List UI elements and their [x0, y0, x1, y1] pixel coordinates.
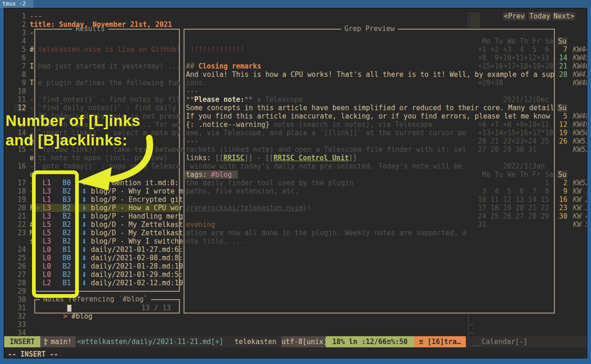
result-row[interactable]: L0B2⬇daily/2021-01-28.md:10: [35, 262, 179, 270]
calendar-day[interactable]: 30: [555, 212, 567, 220]
result-row[interactable]: L2B1⬇daily/2021-02-12.md:10: [35, 279, 179, 287]
preview-text: ote title, ...: [186, 237, 244, 245]
preview-text: 3 4 5 6 7 8: [478, 187, 549, 195]
tmux-screen: { "tmux": { "title": "tmux -2" }, "buffe…: [0, 0, 591, 364]
buffer-text: title: Sunday, November 21st, 2021: [30, 20, 172, 29]
result-row[interactable]: L0B2⬇daily/2021-01-29.md:5:: [35, 270, 179, 279]
tmux-tab[interactable]: tmux -2: [0, 0, 33, 8]
calendar-day[interactable]: 14: [555, 54, 567, 62]
backlink-count: B2: [63, 204, 71, 212]
line-number: 19: [14, 195, 26, 204]
wiki-link[interactable]: RRISC: [223, 154, 244, 162]
preview-text: ation are now all done in the plugin. We…: [186, 229, 466, 237]
result-row[interactable]: L3B2⬇blog/P - Why I wrote m: [35, 187, 179, 195]
plugin-name-label: telekasten: [235, 338, 276, 346]
line-number: 20: [14, 204, 26, 212]
down-arrow-icon: ⬇: [82, 204, 87, 212]
line-number: 30: [14, 295, 26, 304]
line-number: 5: [14, 45, 26, 54]
calendar-cursor: [470, 13, 480, 28]
result-text: blog/P - Handling merg: [91, 212, 183, 220]
week-number: KW46: [573, 62, 587, 70]
preview-text: If you find this article inaccurate, lac…: [186, 112, 550, 120]
wiki-link[interactable]: RRISC Control Unit: [273, 154, 349, 162]
buffer-text: ts note to open (incl. preview): [38, 154, 168, 162]
down-arrow-icon: ⬇: [82, 212, 87, 220]
line-number: 16: [14, 162, 26, 170]
calendar-day[interactable]: 2: [555, 179, 567, 187]
calendar-day[interactable]: 23: [555, 204, 567, 212]
line-number: 6: [14, 54, 26, 62]
result-row[interactable]: L3B2⬇blog/P - Why I switche: [35, 237, 179, 245]
search-input[interactable]: > #blog: [38, 304, 92, 312]
result-row[interactable]: L5B2⬇blog/D - My Zettelkast: [35, 229, 179, 237]
calendar-today-button[interactable]: Today: [528, 12, 551, 20]
tmux-titlebar: tmux -2: [0, 0, 591, 8]
result-row[interactable]: >L3B2⬇blog/P - How a CPU wor: [35, 204, 179, 212]
backlink-count: B0: [63, 179, 71, 187]
window-separator[interactable]: [468, 314, 469, 336]
buffer-text: #: [30, 45, 34, 54]
week-number: KW44: [573, 45, 587, 54]
calendar-day[interactable]: 12: [555, 120, 567, 129]
down-arrow-icon: ⬇: [82, 237, 87, 245]
link-count: L5: [43, 220, 51, 229]
calendar-day[interactable]: 16: [555, 195, 567, 204]
result-text: daily/2021-01-28.md:10: [91, 262, 183, 270]
week-number: KW51: [573, 137, 587, 145]
backlink-count: B1: [63, 245, 71, 254]
terminal-window: Results Grep Preview Notes referencing `…: [4, 8, 587, 358]
backlink-count: B1: [63, 279, 71, 287]
calendar-day[interactable]: 21: [555, 62, 567, 70]
week-number: KW48: [573, 79, 587, 87]
week-number: KW45: [573, 54, 587, 62]
calendar-prev-button[interactable]: <Prev: [503, 12, 526, 20]
result-text: i mention it.md:8:: [103, 179, 179, 187]
link-count: L0: [43, 254, 51, 262]
result-row[interactable]: L1B3⬇blog/P - Encrypted git: [35, 195, 179, 204]
week-number: KW52: [573, 145, 587, 154]
window-separator[interactable]: [468, 12, 469, 29]
encoding-indicator-label: utf-8[unix]: [281, 338, 327, 346]
line-number: 10: [14, 87, 26, 95]
line-number: 25: [14, 254, 26, 262]
week-number: KW49: [573, 120, 587, 129]
buffer-text: -: [30, 162, 34, 170]
result-row[interactable]: L5B2⬇blog/D - My Zettelkast: [35, 220, 179, 229]
buffer-text: F: [30, 204, 34, 212]
search-query: #blog: [71, 312, 92, 320]
tab-indicator-label: ≡ [16]tra…: [419, 338, 461, 346]
mode-indicator: INSERT: [4, 336, 40, 347]
calendar-day[interactable]: 28: [555, 70, 567, 79]
calendar-su-header: Su: [557, 170, 567, 179]
calendar-next-button[interactable]: Next>: [553, 12, 575, 20]
statusline: INSERTmain!<ettelkasten/daily/2021-11-21…: [4, 336, 587, 347]
result-row[interactable]: L0B0⬇daily/2021-02-08.md:8:: [35, 254, 179, 262]
result-row[interactable]: L0B1⬇daily/2021-01-27.md:6:: [35, 245, 179, 254]
preview-text: 27 28 29 30 31: [478, 145, 536, 154]
down-arrow-icon: ⬇: [82, 187, 87, 195]
line-number: 33: [14, 320, 26, 329]
link-count: L0: [43, 262, 51, 270]
line-number: 7: [14, 62, 26, 70]
calendar-day[interactable]: 9: [555, 187, 567, 195]
buffer-text: `goto_today()` : pops up a Telesco: [38, 162, 180, 170]
calendar-buffer-label-label: __Calendar[-]: [473, 338, 527, 346]
buffer-text: I: [30, 62, 34, 70]
preview-text: paths, file extension, etc.: [186, 187, 299, 195]
annotation-text-line1: Number of [L]inks: [6, 111, 140, 131]
line-number: 2: [14, 20, 26, 29]
result-row[interactable]: L1B0⬇i mention it.md:8:: [35, 179, 179, 187]
line-number: 1: [14, 12, 26, 20]
selection-caret: >: [36, 204, 40, 212]
calendar-day[interactable]: 26: [555, 137, 567, 145]
result-row[interactable]: L3B2⬇blog/P - Handling merg: [35, 212, 179, 220]
calendar-day[interactable]: 7: [555, 45, 567, 54]
calendar-day[interactable]: 5: [555, 112, 567, 120]
calendar-day[interactable]: 19: [555, 129, 567, 137]
preview-text: links:: [186, 154, 215, 162]
line-number: 18: [14, 187, 26, 195]
link-count: L3: [43, 187, 51, 195]
week-number: KW 3: [573, 204, 587, 212]
line-number: 21: [14, 212, 26, 220]
